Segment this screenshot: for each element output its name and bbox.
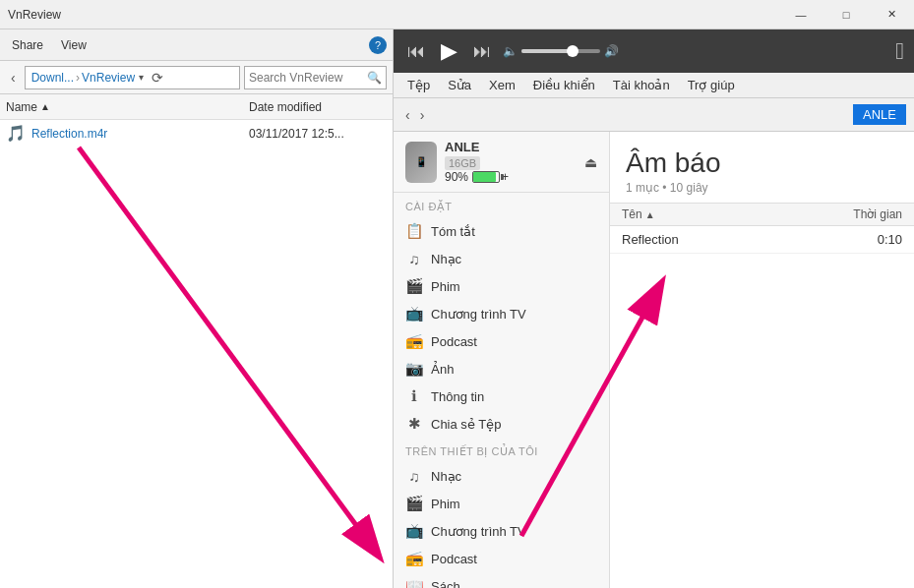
- sidebar-device-sach[interactable]: 📖 Sách: [394, 572, 609, 588]
- eject-button[interactable]: ⏏: [584, 154, 597, 170]
- slider-track[interactable]: [521, 49, 600, 53]
- breadcrumb-child[interactable]: VnReview: [82, 71, 135, 85]
- row-time: 0:10: [843, 232, 902, 247]
- phim-icon: 🎬: [405, 277, 423, 295]
- file-explorer: Share View ? ‹ Downl... › VnReview ▾ ⟳ 🔍…: [0, 29, 394, 588]
- volume-low-icon: 🔈: [503, 44, 518, 58]
- menu-sua[interactable]: Sửa: [440, 75, 479, 95]
- share-button[interactable]: Share: [6, 36, 49, 54]
- sidebar-item-phim[interactable]: 🎬 Phim: [394, 272, 609, 300]
- search-input[interactable]: [249, 71, 367, 85]
- sidebar-item-tom-tat[interactable]: 📋 Tóm tắt: [394, 217, 609, 245]
- window-title: VnReview: [0, 8, 778, 22]
- sidebar-install-header: Cài đặt: [394, 193, 609, 217]
- podcast-icon: 📻: [405, 332, 423, 350]
- itunes-back-button[interactable]: ‹: [401, 105, 414, 125]
- view-button[interactable]: View: [55, 36, 92, 54]
- maximize-button[interactable]: □: [823, 0, 869, 29]
- device-podcast-icon: 📻: [405, 550, 423, 567]
- file-date: 03/11/2017 12:5...: [249, 127, 387, 141]
- tom-tat-icon: 📋: [405, 222, 423, 240]
- anh-icon: 📷: [405, 360, 423, 378]
- breadcrumb: Downl... › VnReview ▾ ⟳: [25, 66, 240, 89]
- sidebar-device-label-phim: Phim: [431, 497, 460, 511]
- battery-bar: [472, 171, 500, 183]
- name-column-header[interactable]: Name ▲: [6, 100, 249, 114]
- close-button[interactable]: ✕: [869, 0, 914, 29]
- minimize-button[interactable]: —: [778, 0, 823, 29]
- sidebar-label-anh: Ảnh: [431, 362, 454, 377]
- itunes-topbar: ⏮ ▶ ⏭ 🔈 🔊 : [394, 29, 914, 73]
- content-table-header: Tên ▲ Thời gian: [610, 204, 914, 226]
- apple-logo-icon: : [895, 37, 904, 65]
- search-button[interactable]: 🔍: [367, 71, 382, 85]
- menu-xem[interactable]: Xem: [481, 75, 523, 95]
- content-header: Âm báo 1 mục • 10 giây: [610, 132, 914, 204]
- sidebar-item-chia-se-tep[interactable]: ✱ Chia sẻ Tệp: [394, 410, 609, 438]
- sidebar-device-chuong-trinh-tv[interactable]: 📺 Chương trình TV: [394, 517, 609, 545]
- sidebar-label-podcast: Podcast: [431, 334, 477, 349]
- menu-tro-giup[interactable]: Trợ giúp: [680, 75, 743, 95]
- anle-button[interactable]: ANLE: [853, 104, 906, 125]
- menu-tep[interactable]: Tệp: [399, 75, 438, 95]
- breadcrumb-root[interactable]: Downl...: [31, 71, 74, 85]
- chia-se-icon: ✱: [405, 415, 423, 433]
- sidebar-label-phim: Phim: [431, 279, 460, 294]
- sidebar-item-anh[interactable]: 📷 Ảnh: [394, 355, 609, 382]
- device-capacity: 16GB: [445, 156, 480, 170]
- sidebar-label-chia-se: Chia sẻ Tệp: [431, 417, 501, 432]
- sidebar-device-label-tv: Chương trình TV: [431, 524, 526, 539]
- search-box: 🔍: [244, 66, 387, 89]
- main-container: Share View ? ‹ Downl... › VnReview ▾ ⟳ 🔍…: [0, 29, 914, 588]
- window-controls: — □ ✕: [778, 0, 914, 29]
- prev-button[interactable]: ⏮: [403, 39, 429, 64]
- explorer-header: Name ▲ Date modified: [0, 94, 393, 120]
- play-button[interactable]: ▶: [437, 36, 461, 66]
- device-name: ANLE: [445, 140, 577, 154]
- sidebar-label-thong-tin: Thông tin: [431, 389, 484, 404]
- itunes-panel: ⏮ ▶ ⏭ 🔈 🔊  Tệp Sửa Xem Điều khiển Tài k…: [394, 29, 914, 588]
- sidebar-device-podcast[interactable]: 📻 Podcast: [394, 545, 609, 572]
- sidebar-item-chuong-trinh-tv[interactable]: 📺 Chương trình TV: [394, 300, 609, 327]
- battery-fill: [473, 172, 496, 182]
- window-chrome: VnReview — □ ✕: [0, 0, 914, 29]
- sidebar-device-nhac[interactable]: ♫ Nhạc: [394, 462, 609, 490]
- itunes-forward-button[interactable]: ›: [416, 105, 429, 125]
- device-info: ANLE 16GB 90% +: [445, 140, 577, 184]
- table-name-col-header[interactable]: Tên ▲: [622, 207, 843, 221]
- itunes-body: 📱 ANLE 16GB 90% +: [394, 132, 914, 588]
- sidebar-item-thong-tin[interactable]: ℹ Thông tin: [394, 382, 609, 410]
- next-button[interactable]: ⏭: [469, 39, 495, 64]
- sidebar-device-phim[interactable]: 🎬 Phim: [394, 490, 609, 517]
- sidebar-label-nhac: Nhạc: [431, 252, 461, 266]
- breadcrumb-dropdown[interactable]: ▾: [137, 72, 146, 83]
- explorer-content: 🎵 Reflection.m4r 03/11/2017 12:5...: [0, 120, 393, 588]
- device-image: 📱: [405, 142, 437, 183]
- device-section: 📱 ANLE 16GB 90% +: [394, 132, 609, 193]
- menu-tai-khoan[interactable]: Tài khoản: [605, 75, 678, 95]
- sidebar-item-nhac[interactable]: ♫ Nhạc: [394, 245, 609, 272]
- itunes-sidebar: 📱 ANLE 16GB 90% +: [394, 132, 610, 588]
- itunes-nav: ‹ › ANLE: [394, 98, 914, 132]
- sidebar-item-podcast[interactable]: 📻 Podcast: [394, 327, 609, 355]
- itunes-content: Âm báo 1 mục • 10 giây Tên ▲ Thời gian R…: [610, 132, 914, 588]
- nav-arrows: ‹ ›: [401, 105, 428, 125]
- file-name: Reflection.m4r: [31, 127, 243, 141]
- device-tv-icon: 📺: [405, 522, 423, 540]
- explorer-toolbar: Share View ?: [0, 29, 393, 61]
- back-button[interactable]: ‹: [6, 68, 21, 88]
- row-name: Reflection: [622, 232, 843, 247]
- menu-dieu-khien[interactable]: Điều khiển: [525, 75, 603, 95]
- sidebar-device-header: Trên Thiết bị của tôi: [394, 438, 609, 462]
- sidebar-label-tom-tat: Tóm tắt: [431, 224, 475, 239]
- help-button[interactable]: ?: [369, 36, 387, 54]
- table-time-col-header: Thời gian: [843, 207, 902, 221]
- device-sach-icon: 📖: [405, 577, 423, 588]
- refresh-button[interactable]: ⟳: [148, 68, 167, 88]
- table-row[interactable]: Reflection 0:10: [610, 226, 914, 254]
- nhac-icon: ♫: [405, 250, 423, 267]
- sidebar-device-label-nhac: Nhạc: [431, 469, 461, 484]
- volume-slider[interactable]: 🔈 🔊: [503, 44, 619, 58]
- content-meta: 1 mục • 10 giây: [626, 181, 898, 195]
- file-item[interactable]: 🎵 Reflection.m4r 03/11/2017 12:5...: [0, 120, 393, 147]
